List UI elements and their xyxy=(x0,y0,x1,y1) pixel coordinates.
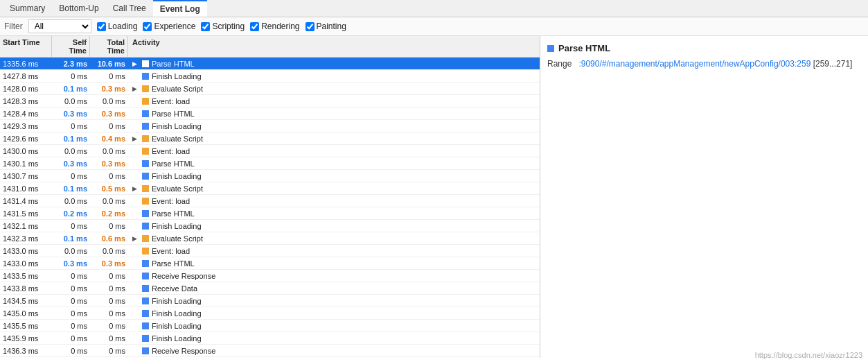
cell-total: 0.0 ms xyxy=(90,196,128,206)
activity-label: Evaluate Script xyxy=(152,85,203,93)
table-row[interactable]: 1431.5 ms 0.2 ms 0.2 ms Parse HTML xyxy=(0,207,540,220)
table-row[interactable]: 1428.4 ms 0.3 ms 0.3 ms Parse HTML xyxy=(0,107,540,120)
cell-total: 0.3 ms xyxy=(90,84,128,94)
cell-self: 0 ms xyxy=(52,334,90,343)
cell-start: 1433.0 ms xyxy=(0,246,52,256)
expand-arrow[interactable]: ▶ xyxy=(132,60,139,67)
activity-icon xyxy=(142,310,149,317)
cell-activity: Finish Loading xyxy=(128,296,540,306)
panel-title-icon xyxy=(547,45,554,52)
table-row[interactable]: 1429.6 ms 0.1 ms 0.4 ms ▶ Evaluate Scrip… xyxy=(0,132,540,145)
cell-self: 0.1 ms xyxy=(52,234,90,243)
activity-icon xyxy=(142,235,149,242)
activity-label: Finish Loading xyxy=(152,334,202,343)
table-row[interactable]: 1428.3 ms 0.0 ms 0.0 ms Event: load xyxy=(0,95,540,107)
cell-total: 0 ms xyxy=(90,221,128,231)
table-header: Start Time Self Time Total Time Activity xyxy=(0,36,540,58)
table-row[interactable]: 1431.4 ms 0.0 ms 0.0 ms Event: load xyxy=(0,195,540,207)
cell-total: 0 ms xyxy=(90,309,128,318)
cell-activity: Receive Data xyxy=(128,284,540,293)
table-row[interactable]: 1433.8 ms 0 ms 0 ms Receive Data xyxy=(0,282,540,295)
expand-arrow[interactable]: ▶ xyxy=(132,235,139,242)
cell-self: 0.0 ms xyxy=(52,96,90,106)
filter-select[interactable]: All Loading Experience Scripting Renderi… xyxy=(28,19,91,33)
cell-start: 1429.6 ms xyxy=(0,134,52,144)
cell-total: 0.3 ms xyxy=(90,259,128,268)
cell-self: 0 ms xyxy=(52,321,90,331)
expand-arrow[interactable]: ▶ xyxy=(132,85,139,92)
activity-label: Parse HTML xyxy=(152,259,195,268)
checkbox-experience[interactable]: Experience xyxy=(143,21,195,31)
table-row[interactable]: 1427.8 ms 0 ms 0 ms Finish Loading xyxy=(0,70,540,83)
table-row[interactable]: 1335.6 ms 2.3 ms 10.6 ms ▶ Parse HTML xyxy=(0,58,540,70)
activity-icon xyxy=(142,273,149,279)
activity-label: Evaluate Script xyxy=(152,135,203,143)
tab-eventlog[interactable]: Event Log xyxy=(153,0,207,17)
expand-arrow[interactable]: ▶ xyxy=(132,185,139,192)
cell-start: 1435.5 ms xyxy=(0,321,52,331)
table-row[interactable]: 1433.0 ms 0.3 ms 0.3 ms Parse HTML xyxy=(0,257,540,270)
activity-icon xyxy=(142,335,149,342)
cell-activity: ▶ Evaluate Script xyxy=(128,234,540,243)
table-row[interactable]: 1434.5 ms 0 ms 0 ms Finish Loading xyxy=(0,295,540,307)
cell-self: 0.1 ms xyxy=(52,84,90,94)
activity-label: Finish Loading xyxy=(152,322,202,330)
cell-total: 0 ms xyxy=(90,346,128,356)
bottom-url: https://blog.csdn.net/xiaozr1223 xyxy=(755,351,862,358)
table-row[interactable]: 1430.7 ms 0 ms 0 ms Finish Loading xyxy=(0,170,540,182)
cell-start: 1433.0 ms xyxy=(0,259,52,268)
table-row[interactable]: 1431.0 ms 0.1 ms 0.5 ms ▶ Evaluate Scrip… xyxy=(0,182,540,195)
checkbox-rendering[interactable]: Rendering xyxy=(250,21,299,31)
table-row[interactable]: 1430.1 ms 0.3 ms 0.3 ms Parse HTML xyxy=(0,157,540,170)
table-row[interactable]: 1432.3 ms 0.1 ms 0.6 ms ▶ Evaluate Scrip… xyxy=(0,232,540,245)
range-label: Range xyxy=(547,59,572,69)
tab-summary[interactable]: Summary xyxy=(3,1,52,16)
table-row[interactable]: 1435.0 ms 0 ms 0 ms Finish Loading xyxy=(0,307,540,320)
cell-activity: ▶ Evaluate Script xyxy=(128,184,540,193)
activity-icon xyxy=(142,223,149,230)
table-row[interactable]: 1435.5 ms 0 ms 0 ms Finish Loading xyxy=(0,320,540,332)
table-row[interactable]: 1432.1 ms 0 ms 0 ms Finish Loading xyxy=(0,220,540,232)
col-header-start: Start Time xyxy=(0,36,52,57)
cell-start: 1435.0 ms xyxy=(0,309,52,318)
cell-self: 0.2 ms xyxy=(52,209,90,218)
cell-self: 0 ms xyxy=(52,71,90,81)
cell-total: 0.0 ms xyxy=(90,96,128,106)
expand-arrow[interactable]: ▶ xyxy=(132,135,139,142)
cell-start: 1428.0 ms xyxy=(0,84,52,94)
activity-icon xyxy=(142,173,149,180)
cell-total: 0.3 ms xyxy=(90,109,128,119)
cell-start: 1431.0 ms xyxy=(0,184,52,193)
table-row[interactable]: 1433.0 ms 0.0 ms 0.0 ms Event: load xyxy=(0,245,540,257)
checkbox-loading[interactable]: Loading xyxy=(97,21,138,31)
cell-total: 0.0 ms xyxy=(90,146,128,156)
table-row[interactable]: 1433.5 ms 0 ms 0 ms Receive Response xyxy=(0,270,540,282)
table-row[interactable]: 1436.3 ms 0 ms 0 ms Receive Response xyxy=(0,345,540,357)
toolbar: Filter All Loading Experience Scripting … xyxy=(0,17,868,36)
cell-self: 0.3 ms xyxy=(52,159,90,169)
table-row[interactable]: 1428.0 ms 0.1 ms 0.3 ms ▶ Evaluate Scrip… xyxy=(0,83,540,95)
cell-start: 1434.5 ms xyxy=(0,296,52,306)
cell-self: 0.3 ms xyxy=(52,109,90,119)
cell-self: 0.0 ms xyxy=(52,246,90,256)
table-row[interactable]: 1429.3 ms 0 ms 0 ms Finish Loading xyxy=(0,120,540,132)
table-body: 1335.6 ms 2.3 ms 10.6 ms ▶ Parse HTML 14… xyxy=(0,58,540,358)
table-row[interactable]: 1436.6 ms 0 ms 0 ms Receive Data xyxy=(0,357,540,358)
tab-calltree[interactable]: Call Tree xyxy=(106,1,153,16)
checkbox-painting[interactable]: Painting xyxy=(305,21,346,31)
col-header-activity: Activity xyxy=(128,36,540,57)
cell-activity: Event: load xyxy=(128,246,540,256)
table-row[interactable]: 1435.9 ms 0 ms 0 ms Finish Loading xyxy=(0,332,540,345)
activity-icon xyxy=(142,260,149,267)
cell-activity: Receive Response xyxy=(128,346,540,356)
range-link[interactable]: :9090/#/management/appManagement/newAppC… xyxy=(578,59,811,69)
cell-start: 1435.9 ms xyxy=(0,334,52,343)
activity-label: Finish Loading xyxy=(152,222,202,230)
activity-label: Parse HTML xyxy=(152,160,195,168)
cell-activity: ▶ Parse HTML xyxy=(128,59,540,69)
table-row[interactable]: 1430.0 ms 0.0 ms 0.0 ms Event: load xyxy=(0,145,540,157)
cell-self: 0 ms xyxy=(52,284,90,293)
panel-title: Parse HTML xyxy=(547,43,861,53)
checkbox-scripting[interactable]: Scripting xyxy=(201,21,245,31)
tab-bottomup[interactable]: Bottom-Up xyxy=(52,1,105,16)
